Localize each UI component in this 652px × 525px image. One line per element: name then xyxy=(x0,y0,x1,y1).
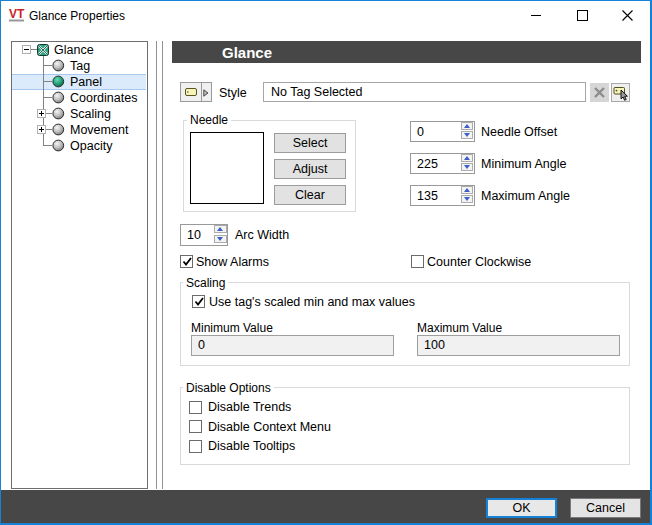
svg-text:VT: VT xyxy=(9,7,25,21)
